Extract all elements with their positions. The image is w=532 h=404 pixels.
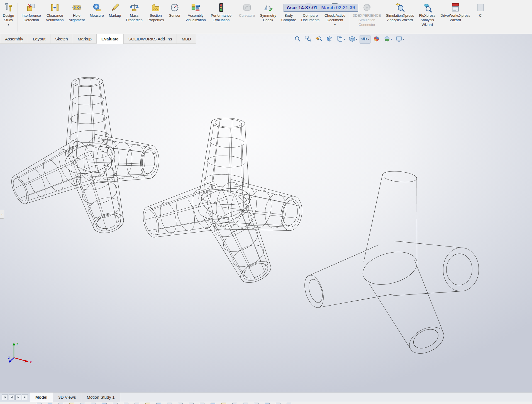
motionmanager-icon[interactable] xyxy=(48,403,52,404)
motionmanager-icon[interactable] xyxy=(113,403,118,404)
tab-layout[interactable]: Layout xyxy=(28,34,50,44)
ribbon-button-label: Clearance Verification xyxy=(46,13,64,23)
edit-appearance-button[interactable] xyxy=(372,35,381,43)
clipped-button-icon xyxy=(475,2,485,13)
motionmanager-icon[interactable] xyxy=(91,403,96,404)
view-orientation-icon xyxy=(349,35,356,43)
graphics-area[interactable]: Y X Z xyxy=(0,34,532,392)
ribbon-button-hole-alignment[interactable]: Hole Alignment xyxy=(66,1,87,34)
zoom-to-area-button[interactable] xyxy=(304,35,313,43)
motionmanager-icon[interactable] xyxy=(156,403,161,404)
dropdown-caret-icon[interactable]: ▾ xyxy=(403,38,404,41)
section-view-button[interactable] xyxy=(325,35,334,43)
motionmanager-icon[interactable] xyxy=(243,403,248,404)
previous-view-button[interactable] xyxy=(314,35,323,43)
zoom-to-fit-button[interactable] xyxy=(293,35,302,43)
dropdown-caret-icon[interactable]: ▾ xyxy=(391,38,392,41)
motionmanager-icon[interactable] xyxy=(178,403,183,404)
tab-markup[interactable]: Markup xyxy=(73,34,97,44)
motionmanager-icon[interactable] xyxy=(135,403,139,404)
tetrapod-model-3[interactable] xyxy=(301,170,479,359)
motionmanager-icon[interactable] xyxy=(232,403,237,404)
ribbon-button-measure[interactable]: Measure xyxy=(87,1,106,34)
tab-solidworks-add-ins[interactable]: SOLIDWORKS Add-Ins xyxy=(123,34,177,44)
ribbon-button-markup[interactable]: Markup xyxy=(107,1,123,34)
motionmanager-icon[interactable] xyxy=(211,403,215,404)
remaining-time-label: Masih 02:21:39 xyxy=(321,5,355,11)
tab-assembly[interactable]: Assembly xyxy=(0,34,28,44)
dropdown-caret-icon[interactable]: ▾ xyxy=(334,23,336,26)
markup-icon xyxy=(110,2,120,13)
ribbon-button-symmetry-check[interactable]: Symmetry Check xyxy=(258,1,279,34)
hole-alignment-icon xyxy=(72,2,82,13)
ribbon-button-floxpress-analysis-wizard[interactable]: FloXpress Analysis Wizard xyxy=(417,1,438,34)
motionmanager-icon[interactable] xyxy=(69,403,74,404)
motionmanager-icon[interactable] xyxy=(102,403,107,404)
motionmanager-icon[interactable] xyxy=(200,403,204,404)
ribbon-button-performance-evaluation[interactable]: Performance Evaluation xyxy=(209,1,234,34)
dropdown-caret-icon[interactable]: ▾ xyxy=(356,38,357,41)
motionmanager-icon[interactable] xyxy=(124,403,128,404)
ribbon-button-label: Compare Documents xyxy=(301,13,319,23)
dropdown-caret-icon[interactable]: ▾ xyxy=(368,38,369,41)
ribbon-button-label: Design Study xyxy=(3,13,14,23)
ribbon-button-sensor[interactable]: Sensor xyxy=(167,1,183,34)
document-tab-motion-study-1[interactable]: Motion Study 1 xyxy=(81,393,120,402)
ribbon-button-section-properties[interactable]: Section Properties xyxy=(145,1,166,34)
tetrapod-model-2[interactable] xyxy=(140,117,304,287)
mass-properties-icon xyxy=(129,2,139,13)
motionmanager-icon[interactable] xyxy=(221,403,226,404)
tabs-scroll-prev-button[interactable] xyxy=(9,394,14,400)
document-tab-3d-views[interactable]: 3D Views xyxy=(53,393,81,402)
ribbon-button-label: DriveWorksXpress Wizard xyxy=(440,13,470,23)
ribbon-button-interference-detection[interactable]: Interference Detection xyxy=(19,1,43,34)
ribbon-button-c[interactable]: C xyxy=(473,1,488,34)
tab-evaluate[interactable]: Evaluate xyxy=(96,34,124,44)
motionmanager-icon[interactable] xyxy=(276,403,280,404)
hide-show-items-button[interactable]: ▾ xyxy=(360,35,370,43)
dropdown-caret-icon[interactable]: ▾ xyxy=(8,23,9,26)
apply-scene-button[interactable]: ▾ xyxy=(382,35,393,43)
tabs-scroll-last-button[interactable] xyxy=(22,394,28,400)
ribbon-button-simulationxpress-analysis-wizard[interactable]: SimulationXpress Analysis Wizard xyxy=(384,1,416,34)
view-settings-button[interactable]: ▾ xyxy=(394,35,405,43)
document-tabs: Model3D ViewsMotion Study 1 xyxy=(30,393,120,402)
motionmanager-icon[interactable] xyxy=(58,403,63,404)
section-properties-icon xyxy=(151,2,161,13)
tetrapod-model-1[interactable] xyxy=(8,77,160,236)
tabs-scroll-next-button[interactable] xyxy=(15,394,21,400)
ribbon-button-label: Hole Alignment xyxy=(69,13,85,23)
panel-collapse-tab[interactable]: ‹ xyxy=(0,210,4,219)
motionmanager-icon[interactable] xyxy=(145,403,150,404)
motionmanager-icon[interactable] xyxy=(167,403,172,404)
motionmanager-icon[interactable] xyxy=(254,403,259,404)
triad-x-label: X xyxy=(30,361,32,364)
motionmanager-icon[interactable] xyxy=(80,403,85,404)
last-arrow-icon xyxy=(23,396,27,399)
measure-icon xyxy=(92,2,102,13)
previous-view-icon xyxy=(315,35,322,43)
motionmanager-icon[interactable] xyxy=(265,403,270,404)
tab-sketch[interactable]: Sketch xyxy=(50,34,73,44)
ribbon-button-assembly-visualization[interactable]: Assembly Visualization xyxy=(183,1,208,34)
motionmanager-icon[interactable] xyxy=(189,403,194,404)
motionmanager-icon[interactable] xyxy=(37,403,42,404)
ribbon-button-label: Symmetry Check xyxy=(260,13,276,23)
document-tab-model[interactable]: Model xyxy=(30,393,53,402)
dynamic-annotation-views-button[interactable]: ▾ xyxy=(335,35,346,43)
ribbon-button-label: FloXpress Analysis Wizard xyxy=(419,13,436,27)
motionmanager-toolbar xyxy=(0,402,532,404)
view-orientation-button[interactable]: ▾ xyxy=(348,35,358,43)
ribbon-button-label: Performance Evaluation xyxy=(211,13,231,23)
ribbon-button-design-study[interactable]: Design Study▾ xyxy=(1,1,16,34)
model-scene[interactable] xyxy=(0,34,532,392)
tabs-scroll-first-button[interactable] xyxy=(2,394,8,400)
ribbon-button-curvature: Curvature xyxy=(237,1,257,34)
ribbon-button-clearance-verification[interactable]: Clearance Verification xyxy=(44,1,66,34)
ribbon-button-driveworksxpress-wizard[interactable]: DriveWorksXpress Wizard xyxy=(438,1,472,34)
motionmanager-icon[interactable] xyxy=(287,403,291,404)
ribbon-separator xyxy=(235,3,235,32)
ribbon-button-mass-properties[interactable]: Mass Properties xyxy=(124,1,145,34)
dropdown-caret-icon[interactable]: ▾ xyxy=(344,38,345,41)
tab-mbd[interactable]: MBD xyxy=(177,34,196,44)
